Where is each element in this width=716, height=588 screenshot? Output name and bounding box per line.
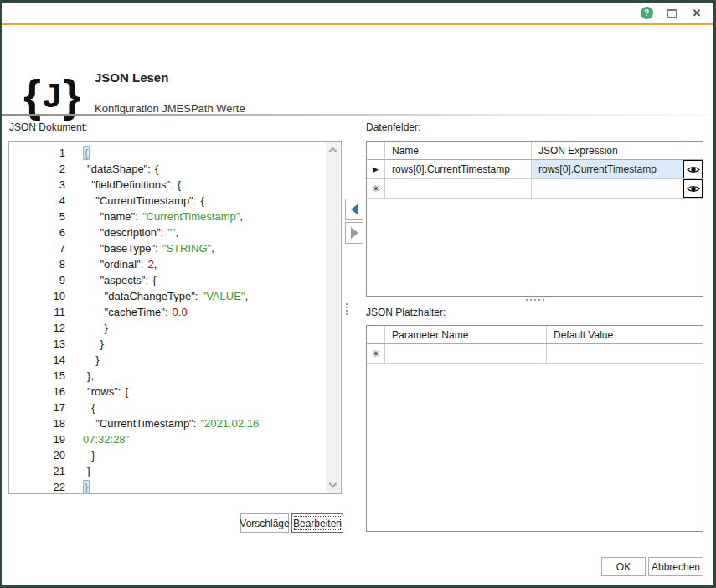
line-number: 10 [9, 288, 65, 304]
platzhalter-table: Parameter Name Default Value ✳ [366, 325, 703, 532]
row-marker-cell: ▶ [367, 160, 385, 179]
row-marker-cell: ✳ [367, 344, 385, 364]
line-number: 11 [9, 304, 65, 320]
datenfelder-table: Name JSON Expression ▶rows[0].CurrentTim… [366, 141, 703, 297]
vorschlaege-button[interactable]: Vorschläge [240, 513, 289, 533]
line-number: 16 [9, 384, 65, 400]
code-line: 22} [9, 479, 326, 494]
close-button[interactable]: ✕ [687, 3, 707, 23]
line-number: 17 [9, 400, 65, 415]
brace-close: } [63, 73, 80, 118]
line-number: 14 [9, 352, 65, 368]
code-line: 8 "ordinal": 2, [9, 256, 326, 272]
preview-cell [683, 160, 703, 179]
eye-icon [687, 184, 700, 193]
json-braces-icon: {J} [23, 65, 80, 126]
arrow-left-icon [351, 204, 358, 215]
cancel-button[interactable]: Abbrechen [648, 557, 703, 576]
new-row-icon: ✳ [372, 183, 379, 194]
editor-vertical-scrollbar[interactable] [326, 142, 340, 493]
current-row-icon: ▶ [373, 165, 379, 173]
code-line: 13 } [9, 336, 326, 352]
json-document-editor[interactable]: 1{2 "dataShape": {3 "fieldDefinitions": … [8, 141, 342, 494]
line-number: 2 [9, 161, 65, 177]
line-number: 19 [9, 431, 65, 447]
dialog-title: JSON Lesen [95, 70, 168, 85]
line-number: 15 [9, 368, 65, 384]
preview-cell [683, 179, 703, 199]
code-lines: 1{2 "dataShape": {3 "fieldDefinitions": … [9, 145, 326, 493]
line-number: 22 [9, 479, 65, 494]
dialog-subtitle: Konfiguration JMESPath Werte [95, 102, 245, 115]
code-line: 12 } [9, 320, 326, 336]
scroll-up-icon[interactable] [329, 147, 337, 156]
datenfelder-label: Datenfelder: [366, 121, 420, 133]
code-line: 6 "description": "", [9, 224, 326, 240]
code-line: 2 "dataShape": { [9, 161, 326, 177]
datenfelder-header-marker [367, 142, 385, 160]
close-icon: ✕ [693, 8, 702, 18]
line-number: 1 [9, 145, 65, 161]
platzhalter-header-marker [367, 326, 385, 344]
platzhalter-label: JSON Platzhalter: [366, 307, 446, 318]
line-number: 20 [9, 447, 65, 463]
line-number: 18 [9, 415, 65, 431]
ok-button[interactable]: OK [601, 557, 646, 576]
code-line: 9 "aspects": { [9, 272, 326, 288]
platzhalter-header-default[interactable]: Default Value [547, 326, 703, 344]
horizontal-splitter-handle[interactable] [366, 299, 703, 301]
cell-default-value[interactable] [547, 344, 703, 364]
new-row-icon: ✳ [372, 348, 379, 359]
line-number: 8 [9, 256, 65, 272]
cell-json-expression[interactable]: rows[0].CurrentTimestamp [532, 160, 683, 179]
line-number: 6 [9, 224, 65, 240]
code-line: 18 "CurrentTimestamp": "2021.02.16 [9, 415, 326, 431]
code-line: 1907:32:28" [9, 431, 326, 447]
maximize-button[interactable] [662, 3, 682, 23]
dialog-header: {J} JSON Lesen Konfiguration JMESPath We… [2, 27, 713, 114]
code-line: 10 "dataChangeType": "VALUE", [9, 288, 326, 304]
datenfelder-header-name[interactable]: Name [385, 142, 532, 160]
brace-open: { [23, 73, 41, 118]
code-line: 17 { [9, 400, 326, 415]
code-line: 20 } [9, 447, 326, 463]
preview-button[interactable] [683, 179, 703, 198]
arrow-right-icon [351, 227, 358, 239]
json-lesen-dialog: ? ✕ {J} JSON Lesen Konfiguration JMESPat… [0, 0, 716, 588]
line-number: 21 [9, 463, 65, 479]
datenfelder-header-eye [683, 142, 703, 160]
vertical-splitter-handle[interactable] [346, 303, 348, 315]
line-number: 7 [9, 240, 65, 256]
code-line: 14 } [9, 352, 326, 368]
help-button[interactable]: ? [636, 3, 657, 23]
row-marker-cell: ✳ [367, 179, 385, 199]
bearbeiten-button[interactable]: Bearbeiten [291, 513, 343, 533]
cell-name[interactable]: rows[0].CurrentTimestamp [385, 160, 532, 179]
code-line: 15 }, [9, 368, 326, 384]
cell-parameter-name[interactable] [385, 344, 547, 364]
cell-name[interactable] [385, 179, 532, 199]
maximize-icon [667, 9, 677, 18]
json-document-label: JSON Dokument: [9, 121, 87, 133]
cell-json-expression[interactable] [532, 179, 683, 199]
move-left-button[interactable] [345, 199, 363, 220]
header-divider [2, 114, 713, 116]
move-right-button[interactable] [345, 222, 363, 244]
line-number: 9 [9, 272, 65, 288]
code-line: 4 "CurrentTimestamp": { [9, 193, 326, 209]
code-line: 21 ] [9, 463, 326, 479]
titlebar[interactable]: ? ✕ [2, 3, 713, 25]
datenfelder-header-expression[interactable]: JSON Expression [532, 142, 683, 160]
code-line: 16 "rows": [ [9, 384, 326, 400]
code-line: 1{ [9, 145, 326, 161]
platzhalter-header-parameter[interactable]: Parameter Name [385, 326, 547, 344]
code-line: 11 "cacheTime": 0.0 [9, 304, 326, 320]
line-number: 3 [9, 177, 65, 193]
code-line: 3 "fieldDefinitions": { [9, 177, 326, 193]
code-line: 5 "name": "CurrentTimestamp", [9, 209, 326, 224]
icon-letter: J [43, 79, 61, 112]
scroll-down-icon[interactable] [329, 480, 337, 488]
line-number: 5 [9, 209, 65, 224]
line-number: 13 [9, 336, 65, 352]
preview-button[interactable] [683, 160, 703, 178]
